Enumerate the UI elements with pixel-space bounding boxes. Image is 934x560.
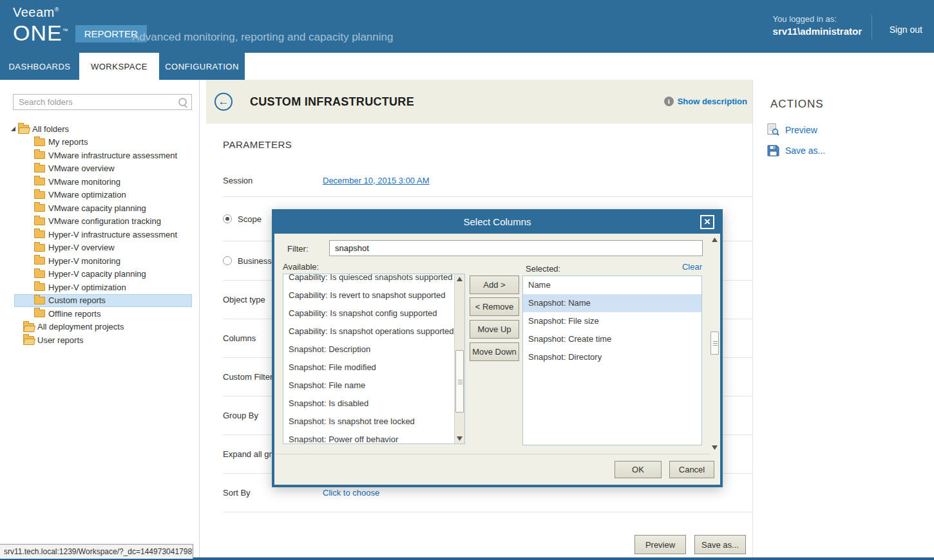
folder-icon bbox=[18, 125, 29, 133]
preview-button[interactable]: Preview bbox=[634, 535, 686, 554]
available-item[interactable]: Snapshot: Is snapshot tree locked bbox=[283, 413, 454, 431]
registered-mark: ® bbox=[55, 6, 59, 13]
radio-scope[interactable] bbox=[223, 214, 232, 223]
tab-dashboards[interactable]: DASHBOARDS bbox=[0, 53, 79, 80]
scrollbar-thumb[interactable] bbox=[455, 350, 464, 413]
available-label: Available: bbox=[283, 262, 319, 272]
move-down-button[interactable]: Move Down bbox=[470, 342, 519, 361]
search-icon[interactable] bbox=[178, 97, 187, 107]
param-label: Sort By bbox=[223, 488, 323, 498]
show-description-label: Show description bbox=[678, 97, 747, 106]
folder-icon bbox=[34, 270, 45, 278]
show-description-link[interactable]: i Show description bbox=[664, 97, 747, 106]
scroll-down-icon[interactable] bbox=[457, 436, 462, 441]
expand-arrow-icon[interactable] bbox=[11, 127, 15, 131]
save-icon bbox=[767, 144, 779, 156]
available-item[interactable]: Snapshot: Power off behavior bbox=[283, 431, 454, 444]
folder-icon bbox=[34, 230, 45, 238]
available-item[interactable]: Capability: Is quiesced snapshots suppor… bbox=[283, 274, 454, 286]
tree-item-all-deployment-projects[interactable]: All deployment projects bbox=[0, 321, 199, 334]
tree-item-hyper-v-overview[interactable]: Hyper-V overview bbox=[0, 241, 199, 255]
selected-item[interactable]: Snapshot: File size bbox=[523, 312, 701, 330]
tree-item-label: User reports bbox=[37, 335, 84, 345]
folder-icon bbox=[34, 165, 45, 173]
param-link-session[interactable]: December 10, 2015 3:00 AM bbox=[323, 176, 430, 185]
select-columns-dialog: Select Columns ✕ Filter: Available: Sele… bbox=[272, 209, 723, 487]
tree-item-vmware-infrastructure-assessment[interactable]: VMware infrastructure assessment bbox=[0, 149, 199, 162]
tree-item-label: Hyper-V overview bbox=[48, 243, 115, 252]
tree-item-label: Custom reports bbox=[48, 295, 106, 305]
available-item[interactable]: Snapshot: File name bbox=[283, 377, 454, 395]
tree-item-all-folders[interactable]: All folders bbox=[0, 122, 199, 136]
tree-item-hyper-v-capacity-planning[interactable]: Hyper-V capacity planning bbox=[0, 268, 199, 281]
scroll-up-icon[interactable] bbox=[712, 238, 718, 242]
ok-button[interactable]: OK bbox=[615, 461, 662, 478]
tree-item-label: My reports bbox=[48, 137, 88, 147]
tree-item-vmware-overview[interactable]: VMware overview bbox=[0, 162, 199, 176]
actions-panel: ACTIONS Preview Save as... bbox=[752, 80, 934, 560]
tree-item-hyper-v-infrastructure-assessment[interactable]: Hyper-V infrastructure assessment bbox=[0, 228, 199, 241]
available-item[interactable]: Snapshot: Description bbox=[283, 341, 454, 359]
tree-item-offline-reports[interactable]: Offline reports bbox=[0, 307, 199, 321]
save-as-button[interactable]: Save as... bbox=[694, 535, 746, 554]
dialog-scrollbar[interactable] bbox=[710, 234, 720, 454]
tree-item-label: Hyper-V capacity planning bbox=[48, 269, 146, 279]
action-preview[interactable]: Preview bbox=[767, 124, 817, 136]
back-button[interactable]: ← bbox=[214, 93, 233, 111]
scroll-down-icon[interactable] bbox=[712, 445, 718, 450]
folder-icon bbox=[34, 310, 45, 317]
folder-icon bbox=[34, 138, 45, 146]
radio-business[interactable] bbox=[223, 256, 232, 265]
scroll-up-icon[interactable] bbox=[457, 277, 462, 281]
veeam-one-logo: Veeam® ONE™ REPORTER bbox=[13, 5, 147, 44]
scrollbar-thumb[interactable] bbox=[710, 331, 719, 355]
tree-item-label: VMware overview bbox=[48, 163, 115, 173]
action-preview-label: Preview bbox=[785, 125, 817, 135]
param-row-session: SessionDecember 10, 2015 3:00 AM bbox=[223, 164, 752, 197]
close-icon[interactable]: ✕ bbox=[700, 215, 714, 229]
available-list-scrollbar[interactable] bbox=[454, 274, 464, 443]
tab-configuration[interactable]: CONFIGURATION bbox=[159, 53, 245, 80]
tree-item-vmware-capacity-planning[interactable]: VMware capacity planning bbox=[0, 201, 199, 215]
add-button[interactable]: Add > bbox=[470, 275, 519, 294]
tree-item-hyper-v-optimization[interactable]: Hyper-V optimization bbox=[0, 281, 199, 294]
tab-workspace[interactable]: WORKSPACE bbox=[79, 53, 159, 80]
header-divider bbox=[872, 15, 872, 39]
available-item[interactable]: Capability: Is snapshot operations suppo… bbox=[283, 322, 454, 341]
available-item[interactable]: Snapshot: Is disabled bbox=[283, 395, 454, 413]
selected-item[interactable]: Snapshot: Name bbox=[523, 294, 701, 312]
action-save-as-label: Save as... bbox=[785, 145, 825, 156]
tree-item-vmware-monitoring[interactable]: VMware monitoring bbox=[0, 175, 199, 189]
tree-item-vmware-configuration-tracking[interactable]: VMware configuration tracking bbox=[0, 215, 199, 229]
folder-icon bbox=[34, 244, 45, 252]
tree-item-custom-reports[interactable]: Custom reports bbox=[0, 294, 199, 308]
dialog-footer: OK Cancel bbox=[274, 454, 710, 485]
available-item[interactable]: Snapshot: File modified bbox=[283, 359, 454, 377]
action-save-as[interactable]: Save as... bbox=[767, 144, 825, 156]
trademark-mark: ™ bbox=[62, 28, 69, 34]
sign-out-link[interactable]: Sign out bbox=[890, 24, 922, 35]
tree-item-vmware-optimization[interactable]: VMware optimization bbox=[0, 189, 199, 202]
folder-icon bbox=[34, 283, 45, 291]
cancel-button[interactable]: Cancel bbox=[669, 461, 714, 478]
tree-item-my-reports[interactable]: My reports bbox=[0, 136, 199, 149]
param-link-sort-by[interactable]: Click to choose bbox=[323, 488, 379, 498]
app-header: Veeam® ONE™ REPORTER Advanced monitoring… bbox=[0, 0, 934, 53]
search-folders-input[interactable] bbox=[14, 95, 191, 109]
available-item[interactable]: Capability: Is snapshot config supported bbox=[283, 304, 454, 322]
folder-icon bbox=[23, 336, 34, 344]
move-up-button[interactable]: Move Up bbox=[470, 320, 519, 339]
available-item[interactable]: Capability: Is revert to snapshot suppor… bbox=[283, 286, 454, 304]
info-icon: i bbox=[664, 97, 674, 106]
tree-item-user-reports[interactable]: User reports bbox=[0, 333, 199, 347]
selected-item[interactable]: Snapshot: Directory bbox=[523, 348, 701, 366]
clear-link[interactable]: Clear bbox=[522, 262, 702, 272]
tree-item-label: VMware monitoring bbox=[48, 177, 120, 187]
logo-one-word: ONE bbox=[13, 21, 62, 45]
remove-button[interactable]: < Remove bbox=[470, 297, 519, 316]
selected-item[interactable]: Snapshot: Create time bbox=[523, 330, 701, 348]
selected-item[interactable]: Name bbox=[523, 276, 701, 294]
tree-item-hyper-v-monitoring[interactable]: Hyper-V monitoring bbox=[0, 254, 199, 268]
folder-icon bbox=[34, 297, 45, 304]
filter-input[interactable] bbox=[329, 240, 703, 256]
